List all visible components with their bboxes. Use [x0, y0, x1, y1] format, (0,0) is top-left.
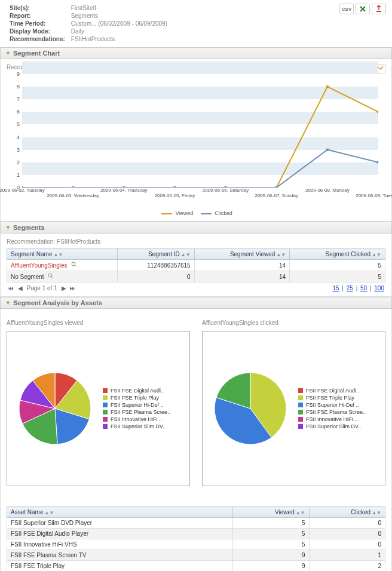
table-row: FSII FSE Plasma Screen TV91	[7, 550, 385, 561]
table-row: FSII Superior Slim DVD Player50	[7, 518, 385, 529]
meta-period-value: Custom... (06/02/2009 - 06/09/2009)	[69, 20, 170, 27]
cell-segment-name[interactable]: AffluentYoungSingles	[7, 260, 118, 271]
meta-site-label: Site(s):	[7, 5, 68, 11]
pie-panel-viewed: AffluentYoungSingles viewed FSII FSE Dig…	[7, 320, 190, 486]
segment-line-chart: 0123456789 2009-06-02, Tuesday2009-06-03…	[14, 74, 378, 199]
cell-segment-id: 0	[118, 271, 194, 283]
section-chart-header[interactable]: ▼ Segment Chart	[0, 47, 392, 59]
pager-sizes: 15 | 25 | 50 | 100	[331, 285, 385, 291]
svg-rect-16	[377, 161, 378, 164]
cell-asset-clicked: 0	[309, 529, 385, 539]
pagesize-25[interactable]: 25	[347, 285, 353, 291]
chart-legend: Viewed Clicked	[7, 210, 385, 216]
table-row: FSII FSE Triple Play92	[7, 561, 385, 572]
export-csv-button[interactable]: CSV	[339, 4, 354, 14]
report-header: Site(s):FirstSiteII Report:Segments Time…	[0, 0, 392, 47]
legend-swatch-viewed	[161, 213, 172, 214]
svg-rect-0	[376, 11, 381, 12]
svg-rect-8	[377, 110, 378, 113]
collapse-icon: ▼	[5, 300, 11, 306]
col-asset-clicked[interactable]: Clicked▲▼	[309, 507, 385, 518]
meta-report-label: Report:	[7, 13, 68, 19]
segments-table: Segment Name▲▼ Segment ID▲▼ Segment View…	[7, 248, 385, 283]
export-xls-button[interactable]	[356, 4, 370, 14]
cell-segment-viewed: 14	[194, 271, 290, 283]
pie-viewed-title: AffluentYoungSingles viewed	[7, 320, 190, 326]
pager-text: Page 1 of 1	[27, 285, 57, 291]
cell-segment-id: 1124886357615	[118, 260, 194, 271]
pager-next[interactable]: ▶	[62, 285, 66, 291]
pager-first[interactable]: ⏮	[8, 285, 14, 291]
cell-asset-name: FSII Innovative HiFi VHS	[7, 539, 233, 550]
pie-legend-item: FSII Innovative HiFi ..	[298, 416, 366, 422]
table-row: FSII FSE Digital Audio Player50	[7, 529, 385, 539]
pie-charts-row: AffluentYoungSingles viewed FSII FSE Dig…	[7, 320, 385, 486]
col-segment-name[interactable]: Segment Name▲▼	[7, 249, 118, 260]
section-chart-title: Segment Chart	[13, 50, 60, 57]
cell-segment-name: No Segment	[7, 271, 118, 283]
pie-legend-item: FSII Superior Slim DV..	[103, 423, 170, 429]
col-segment-viewed[interactable]: Segment Viewed▲▼	[194, 249, 290, 260]
cell-asset-name: FSII FSE Triple Play	[7, 561, 233, 572]
pie-legend-item: FSII Superior Slim DV..	[298, 423, 366, 429]
col-segment-clicked[interactable]: Segment Clicked▲▼	[290, 249, 385, 260]
pager-prev[interactable]: ◀	[18, 285, 23, 291]
cell-segment-clicked: 5	[290, 271, 385, 283]
cell-asset-clicked: 0	[309, 539, 385, 550]
meta-site-value: FirstSiteII	[69, 5, 170, 11]
collapse-icon: ▼	[5, 50, 11, 56]
meta-rec-label: Recommendations:	[7, 36, 68, 42]
export-pdf-button[interactable]	[372, 4, 386, 14]
table-row: AffluentYoungSingles1124886357615145	[7, 260, 385, 271]
meta-rec-value: FSIIHotProducts	[69, 36, 170, 42]
cell-asset-clicked: 2	[309, 561, 385, 572]
meta-report-value: Segments	[69, 13, 170, 19]
legend-clicked-label: Clicked	[215, 210, 232, 216]
cell-asset-name: FSII Superior Slim DVD Player	[7, 518, 233, 529]
svg-rect-15	[326, 149, 329, 151]
cell-asset-viewed: 5	[233, 529, 309, 539]
section-analysis-body: AffluentYoungSingles viewed FSII FSE Dig…	[0, 309, 392, 571]
section-segments-header[interactable]: ▼ Segments	[0, 222, 392, 234]
table-row: FSII Innovative HiFi VHS50	[7, 539, 385, 550]
cell-asset-viewed: 9	[233, 550, 309, 561]
pagesize-15[interactable]: 15	[332, 285, 339, 291]
pager-last[interactable]: ⏭	[70, 285, 76, 291]
section-segments-body: Recommendation: FSIIHotProducts Segment …	[0, 234, 392, 297]
col-asset-viewed[interactable]: Viewed▲▼	[233, 507, 309, 518]
pie-legend-item: FSII FSE Plasma Scree..	[103, 409, 170, 415]
meta-display-label: Display Mode:	[7, 28, 68, 35]
svg-line-18	[75, 265, 76, 267]
pie-panel-clicked: AffluentYoungSingles clicked FSII FSE Di…	[202, 320, 385, 486]
pie-legend-item: FSII FSE Digital Audi..	[298, 388, 366, 394]
table-row: No Segment0145	[7, 271, 385, 283]
section-analysis-header[interactable]: ▼ Segment Analysis by Assets	[0, 297, 392, 309]
pie-legend-item: FSII FSE Triple Play	[298, 395, 366, 401]
pagesize-100[interactable]: 100	[374, 285, 384, 291]
section-analysis-title: Segment Analysis by Assets	[13, 299, 102, 306]
pie-legend-clicked: FSII FSE Digital Audi..FSII FSE Triple P…	[298, 386, 366, 431]
assets-table: Asset Name▲▼ Viewed▲▼ Clicked▲▼ FSII Sup…	[7, 506, 385, 571]
cell-asset-name: FSII FSE Digital Audio Player	[7, 529, 233, 539]
cell-segment-clicked: 5	[290, 260, 385, 271]
report-meta: Site(s):FirstSiteII Report:Segments Time…	[6, 4, 171, 44]
pagesize-50[interactable]: 50	[360, 285, 367, 291]
segments-pager: ⏮ ◀ Page 1 of 1 ▶ ⏭ 15 | 25 | 50 | 100	[7, 285, 385, 291]
cell-asset-clicked: 1	[309, 550, 385, 561]
pie-legend-viewed: FSII FSE Digital Audi..FSII FSE Triple P…	[103, 386, 170, 431]
pie-clicked-title: AffluentYoungSingles clicked	[202, 320, 385, 326]
pie-legend-item: FSII FSE Triple Play	[103, 395, 170, 401]
col-asset-name[interactable]: Asset Name▲▼	[7, 507, 233, 518]
cell-asset-viewed: 5	[233, 518, 309, 529]
cell-asset-clicked: 0	[309, 518, 385, 529]
col-segment-id[interactable]: Segment ID▲▼	[118, 249, 194, 260]
section-chart-body: Recommendation: FSIIHotProducts 01234567…	[0, 59, 392, 222]
meta-display-value: Daily	[69, 28, 170, 35]
cell-asset-name: FSII FSE Plasma Screen TV	[7, 550, 233, 561]
pie-legend-item: FSII Innovative HiFi ..	[103, 416, 170, 422]
cell-segment-viewed: 14	[194, 260, 290, 271]
pie-legend-item: FSII FSE Digital Audi..	[103, 388, 170, 394]
cell-asset-viewed: 5	[233, 539, 309, 550]
section-segments-title: Segments	[13, 224, 45, 231]
export-buttons: CSV	[339, 4, 386, 44]
